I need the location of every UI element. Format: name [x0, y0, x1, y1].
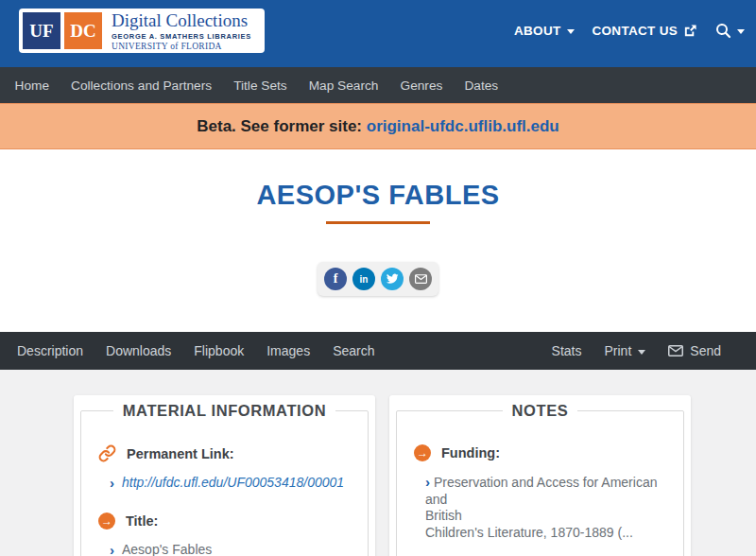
item-nav-description[interactable]: Description [6, 343, 94, 358]
nav-item-map-search[interactable]: Map Search [298, 78, 389, 93]
page-title: AESOP'S FABLES [0, 149, 756, 209]
logo-institution: UNIVERSITY of FLORIDA [112, 42, 251, 51]
title-underline [326, 221, 430, 224]
permanent-link-field: Permanent Link: [98, 444, 351, 462]
content-area: MATERIAL INFORMATION Permanent Link: › h… [0, 370, 756, 556]
dc-logo-block: DC [64, 12, 102, 49]
linkedin-share-button[interactable]: in [352, 268, 375, 290]
permanent-link-url[interactable]: http://ufdc.ufl.edu/UF00053418/00001 [122, 475, 344, 492]
notes-card: NOTES → Funding: › Preservation and Acce… [389, 395, 691, 556]
title-section: AESOP'S FABLES f in [0, 149, 756, 332]
beta-banner: Beta. See former site: original-ufdc.ufl… [0, 103, 756, 149]
material-information-title: MATERIAL INFORMATION [113, 402, 335, 420]
facebook-share-button[interactable]: f [324, 268, 347, 290]
item-nav-flipbook[interactable]: Flipbook [182, 343, 255, 358]
nav-item-dates[interactable]: Dates [454, 78, 509, 93]
logo-text: Digital Collections GEORGE A. SMATHERS L… [112, 11, 261, 51]
permanent-link-value-row: › http://ufdc.ufl.edu/UF00053418/00001 [110, 475, 351, 492]
funding-line-2: British [425, 508, 462, 523]
social-share-bar: f in [318, 262, 438, 296]
material-information-fieldset: MATERIAL INFORMATION Permanent Link: › h… [80, 402, 369, 556]
arrow-circle-icon: → [414, 444, 431, 461]
arrow-circle-icon: → [98, 513, 115, 530]
item-nav-images[interactable]: Images [255, 343, 321, 358]
funding-label: Funding: [441, 445, 500, 460]
twitter-share-button[interactable] [381, 268, 404, 290]
contact-us-link[interactable]: CONTACT US [593, 24, 698, 38]
title-value-row: › Aesop's Fables [110, 542, 351, 556]
stats-button[interactable]: Stats [541, 343, 593, 358]
envelope-icon [668, 345, 683, 356]
twitter-bird-icon [386, 272, 399, 286]
item-nav-right-group: Stats Print Send [541, 343, 732, 358]
funding-line-1: Preservation and Access for American and [425, 475, 657, 507]
funding-text: › Preservation and Access for American a… [425, 474, 666, 541]
chevron-right-icon: › [110, 542, 114, 556]
linkedin-icon: in [360, 274, 369, 285]
site-header: UF DC Digital Collections GEORGE A. SMAT… [0, 0, 756, 67]
notes-fieldset: NOTES → Funding: › Preservation and Acce… [396, 402, 684, 556]
chevron-right-icon: › [110, 475, 114, 491]
chevron-down-icon [737, 29, 745, 34]
nav-item-genres[interactable]: Genres [389, 78, 454, 93]
search-icon [715, 23, 731, 39]
chevron-down-icon [567, 29, 575, 34]
item-nav-downloads[interactable]: Downloads [94, 343, 182, 358]
print-menu-label: Print [605, 343, 632, 358]
title-value: Aesop's Fables [122, 542, 212, 556]
envelope-icon [415, 274, 427, 284]
chevron-right-icon: › [425, 474, 430, 490]
main-nav: Home Collections and Partners Title Sets… [0, 67, 756, 103]
notes-title: NOTES [503, 402, 578, 420]
header-menu: ABOUT CONTACT US [514, 0, 756, 39]
funding-value-row: › Preservation and Access for American a… [425, 474, 666, 541]
uf-logo-block: UF [23, 12, 60, 49]
item-nav-search[interactable]: Search [321, 343, 386, 358]
nav-item-collections-and-partners[interactable]: Collections and Partners [60, 78, 223, 93]
contact-us-label: CONTACT US [593, 24, 679, 38]
logo-subtitle: GEORGE A. SMATHERS LIBRARIES [112, 32, 251, 41]
beta-banner-text: Beta. See former site: [197, 117, 362, 135]
chevron-down-icon [638, 350, 645, 355]
former-site-link[interactable]: original-ufdc.uflib.ufl.edu [367, 117, 559, 135]
print-menu-button[interactable]: Print [593, 343, 658, 358]
title-field: → Title: [98, 513, 351, 530]
about-menu-label: ABOUT [514, 24, 561, 38]
title-field-label: Title: [126, 513, 158, 529]
email-share-button[interactable] [409, 268, 432, 290]
site-logo[interactable]: UF DC Digital Collections GEORGE A. SMAT… [19, 9, 265, 53]
nav-item-title-sets[interactable]: Title Sets [223, 78, 299, 93]
external-link-icon [683, 24, 697, 38]
item-nav: Description Downloads Flipbook Images Se… [0, 332, 756, 370]
search-menu-button[interactable] [715, 23, 745, 39]
send-label: Send [690, 343, 721, 358]
nav-item-home[interactable]: Home [4, 78, 60, 93]
facebook-icon: f [334, 271, 338, 287]
logo-title: Digital Collections [112, 11, 251, 29]
send-button[interactable]: Send [657, 343, 732, 358]
permanent-link-label: Permanent Link: [127, 446, 234, 461]
about-menu-button[interactable]: ABOUT [514, 24, 575, 38]
funding-field: → Funding: [414, 444, 666, 461]
material-information-card: MATERIAL INFORMATION Permanent Link: › h… [74, 395, 375, 556]
funding-line-3: Children's Literature, 1870-1889 (... [425, 525, 633, 540]
link-icon [98, 444, 116, 462]
